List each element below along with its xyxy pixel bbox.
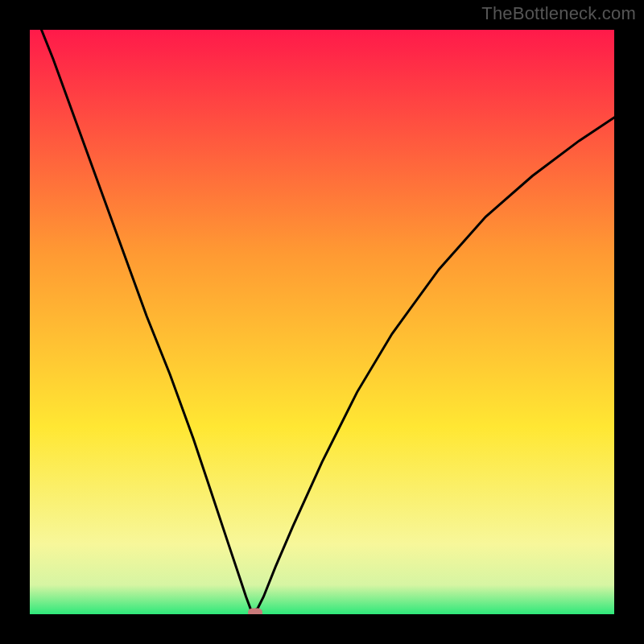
chart-plot-area [30,30,614,614]
watermark-text: TheBottleneck.com [481,3,636,24]
optimal-point-marker [248,608,262,614]
chart-svg [30,30,614,614]
chart-frame: TheBottleneck.com [0,0,644,644]
gradient-background [30,30,614,614]
